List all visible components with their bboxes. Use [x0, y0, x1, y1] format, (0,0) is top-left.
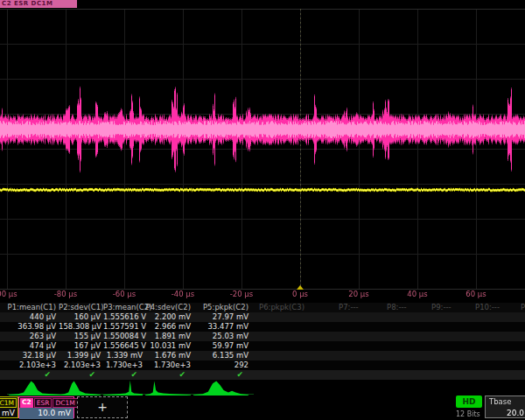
measurement-value-row: 363.98 µV158.308 µV1.557591 V2.966 mV33.… [0, 322, 525, 332]
axis-tick-label: -80 µs [54, 290, 77, 298]
measurement-value: 1.556645 V [103, 341, 145, 351]
measurement-header-unused[interactable]: P9:--- [431, 303, 452, 312]
measurement-header-3[interactable]: P3:mean(C2) [103, 303, 145, 312]
measurement-value: 2.103e+3 [0, 360, 59, 370]
measurement-value: 440 µV [0, 312, 59, 322]
measurement-header-row: P1:mean(C1)P2:sdev(C1)P3:mean(C2)P4:sdev… [0, 303, 525, 312]
measurement-value: 292 [193, 360, 251, 370]
measurement-value: 2.200 mV [145, 312, 193, 322]
hd-mode-badge[interactable]: HD [456, 396, 482, 408]
measurement-value: 1.550084 V [103, 332, 145, 341]
measurement-value: 1.730e+3 [103, 360, 145, 370]
measurement-header-unused[interactable]: P7:--- [339, 303, 359, 312]
c1-volts-per-div: 10.0 mV [0, 408, 18, 419]
measurement-value: 160 µV [59, 312, 103, 322]
measurement-value-row: 474 µV167 µV1.556645 V10.031 mV59.97 mV [0, 341, 525, 351]
measurement-header-unused[interactable]: P8:--- [387, 303, 407, 312]
measurement-value: 1.557591 V [103, 322, 145, 332]
measurement-header-unused[interactable]: P [521, 303, 525, 312]
c2-coupling-tag: DC1M [52, 398, 77, 408]
channel-c1-descriptor[interactable]: DC1M 10.0 mV [0, 396, 18, 418]
c1-coupling-tag: DC1M [0, 398, 17, 408]
measurement-header-2[interactable]: P2:sdev(C1) [59, 303, 103, 312]
tbase-label: Tbase [486, 396, 525, 406]
timebase-descriptor[interactable]: Tbase 20.0 µs/div [485, 396, 525, 418]
measurement-value: 1.676 mV [145, 351, 193, 360]
active-trace-label: C2 ESR DC1M [0, 0, 77, 8]
waveform-display-area[interactable] [0, 0, 525, 303]
measurement-value: 155 µV [59, 332, 103, 341]
measurement-value: 32.18 µV [0, 351, 59, 360]
measurement-value: 2.103e+3 [59, 360, 103, 370]
measurement-value: 363.98 µV [0, 322, 59, 332]
measurement-value: 2.966 mV [145, 322, 193, 332]
tbase-value: 20.0 µs/div [507, 409, 525, 417]
c2-esr-tag: ESR [34, 398, 52, 408]
measurement-value: 167 µV [59, 341, 103, 351]
measurement-histicons [0, 379, 525, 396]
histicon-bell2[interactable] [59, 379, 101, 396]
measurement-value: 59.97 mV [193, 341, 251, 351]
axis-tick-label: 60 µs [466, 290, 486, 298]
axis-tick-label: 00 µs [0, 290, 18, 298]
measurement-value: 1.891 mV [145, 332, 193, 341]
axis-tick-label: 20 µs [348, 290, 368, 298]
measurement-value-row: 2.103e+32.103e+31.730e+31.730e+3292 [0, 360, 525, 370]
axis-tick-label: 0 µs [292, 290, 308, 298]
histicon-bell-tail[interactable] [193, 379, 248, 396]
measurement-value: 1.555616 V [103, 312, 145, 322]
histicon-bell[interactable] [9, 379, 65, 396]
measurement-header-1[interactable]: P1:mean(C1) [0, 303, 59, 312]
measurement-value: 33.477 mV [193, 322, 251, 332]
measurement-table: P1:mean(C1)P2:sdev(C1)P3:mean(C2)P4:sdev… [0, 303, 525, 380]
measurement-value-row: 263 µV155 µV1.550084 V1.891 mV25.03 mV [0, 332, 525, 341]
measurement-value-row: 440 µV160 µV1.555616 V2.200 mV27.97 mV [0, 312, 525, 322]
channel-c2-descriptor[interactable]: C2 ESR DC1M 10.0 mV [18, 396, 74, 418]
add-trace-button[interactable]: + [77, 396, 128, 418]
measurement-value-row: 32.18 µV1.399 µV1.339 mV1.676 mV6.135 mV [0, 351, 525, 360]
histicon-spike-left[interactable] [145, 379, 191, 396]
measurement-value: 1.730e+3 [145, 360, 193, 370]
axis-tick-label: -20 µs [230, 290, 253, 298]
c2-volts-per-div: 10.0 mV [19, 408, 74, 419]
oscilloscope-screen: C2 ESR DC1M 00 µs-80 µs-60 µs-40 µs-20 µ… [0, 0, 525, 420]
measurement-value: 25.03 mV [193, 332, 251, 341]
measurement-header-4[interactable]: P4:sdev(C2) [145, 303, 193, 312]
measurement-value: 27.97 mV [193, 312, 251, 322]
histicon-spike-right[interactable] [103, 379, 143, 396]
measurement-value: 1.399 µV [59, 351, 103, 360]
measurement-value: 6.135 mV [193, 351, 251, 360]
measurement-value: 263 µV [0, 332, 59, 341]
trigger-position-marker[interactable] [297, 285, 304, 290]
measurement-header-unused[interactable]: P10:--- [475, 303, 500, 312]
measurement-value: 474 µV [0, 341, 59, 351]
timebase-axis: 00 µs-80 µs-60 µs-40 µs-20 µs0 µs20 µs40… [0, 289, 525, 302]
measurement-header-unused[interactable]: P6:pkpk(C3) [259, 303, 304, 312]
measurement-value: 1.339 mV [103, 351, 145, 360]
hd-bits-label: 12 Bits [456, 410, 480, 418]
measurement-value: 158.308 µV [59, 322, 103, 332]
measurement-value: 10.031 mV [145, 341, 193, 351]
axis-tick-label: -60 µs [113, 290, 136, 298]
axis-tick-label: -40 µs [172, 290, 194, 298]
axis-tick-label: 40 µs [407, 290, 427, 298]
measurement-header-5[interactable]: P5:pkpk(C2) [193, 303, 251, 312]
c2-channel-tag: C2 [20, 398, 33, 408]
